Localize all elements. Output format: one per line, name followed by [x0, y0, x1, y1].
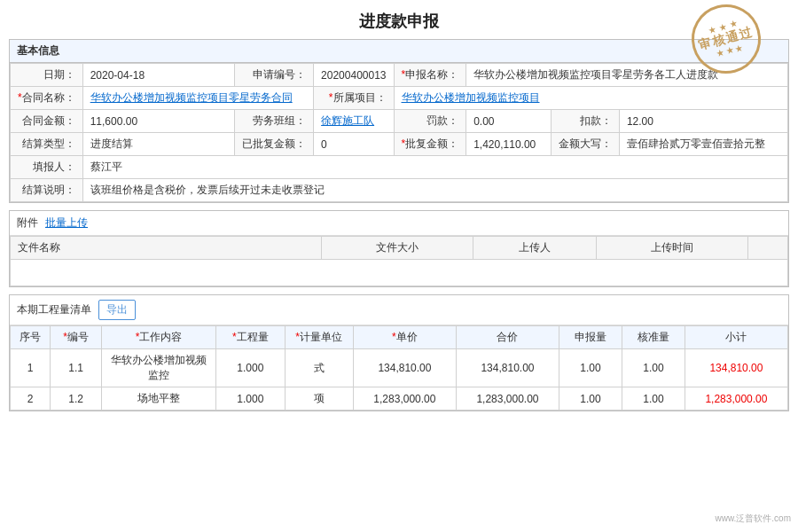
workload-cell-8: 1.00	[622, 387, 685, 411]
workload-cell-0: 2	[11, 387, 51, 411]
attachment-label: 附件	[17, 215, 38, 231]
attach-col-time: 上传时间	[597, 237, 748, 260]
workload-cell-3: 1.000	[216, 387, 285, 411]
basic-info-table: 日期： 2020-04-18 申请编号： 20200400013 *申报名称： …	[10, 63, 788, 202]
penalty-label: 罚款：	[394, 110, 466, 133]
info-row-6: 结算说明： 该班组价格是含税价，发票后续开过未走收票登记	[11, 179, 788, 202]
attachment-empty-row	[11, 260, 788, 286]
workload-row: 11.1华软办公楼增加视频监控1.000式134,810.00134,810.0…	[11, 349, 788, 387]
attach-col-uploader: 上传人	[473, 237, 596, 260]
deduction-label: 扣款：	[551, 110, 619, 133]
batch-amount-label: *批复金额：	[394, 133, 466, 156]
penalty-value: 0.00	[466, 110, 552, 133]
col-apply-qty: 申报量	[559, 326, 622, 349]
remark-value: 该班组价格是含税价，发票后续开过未走收票登记	[82, 179, 787, 202]
workload-header: 本期工程量清单 导出	[10, 295, 788, 325]
attachment-header-row: 文件名称 文件大小 上传人 上传时间	[11, 237, 788, 260]
info-row-4: 结算类型： 进度结算 已批复金额： 0 *批复金额： 1,420,110.00 …	[11, 133, 788, 156]
workload-cell-9: 1,283,000.00	[685, 387, 787, 411]
attachment-header: 附件 批量上传	[10, 211, 788, 236]
labor-group-value[interactable]: 徐辉施工队	[314, 110, 394, 133]
workload-cell-3: 1.000	[216, 349, 285, 387]
workload-cell-2: 场地平整	[102, 387, 216, 411]
workload-table: 序号 *编号 *工作内容 *工程量 *计量单位 *单价 合价 申报量 核准量 小…	[10, 325, 788, 411]
col-subtotal: 小计	[685, 326, 787, 349]
workload-cell-4: 项	[285, 387, 353, 411]
col-code: *编号	[51, 326, 102, 349]
attach-col-action	[748, 237, 788, 260]
attachment-section: 附件 批量上传 文件名称 文件大小 上传人 上传时间	[9, 210, 789, 287]
approval-stamp: ★ ★ ★ 审核通过 ★ ★ ★	[692, 4, 763, 75]
labor-group-label: 劳务班组：	[235, 110, 314, 133]
watermark: www.泛普软件.com	[715, 512, 791, 525]
info-row-3: 合同金额： 11,600.00 劳务班组： 徐辉施工队 罚款： 0.00 扣款：…	[11, 110, 788, 133]
col-unit: *计量单位	[285, 326, 353, 349]
workload-cell-2: 华软办公楼增加视频监控	[102, 349, 216, 387]
contract-name-value[interactable]: 华软办公楼增加视频监控项目零星劳务合同	[82, 87, 313, 110]
apply-name-label: *申报名称：	[394, 64, 466, 87]
col-total-price: 合价	[456, 326, 559, 349]
apply-no-label: 申请编号：	[235, 64, 314, 87]
filler-value: 蔡江平	[82, 156, 787, 179]
workload-cell-6: 1,283,000.00	[456, 387, 559, 411]
amount-big-label: 金额大写：	[551, 133, 619, 156]
approved-amount-value: 0	[314, 133, 394, 156]
attachment-table: 文件名称 文件大小 上传人 上传时间	[10, 236, 788, 286]
remark-label: 结算说明：	[11, 179, 83, 202]
date-value: 2020-04-18	[82, 64, 234, 87]
attach-col-name: 文件名称	[11, 237, 322, 260]
workload-cell-5: 134,810.00	[353, 349, 456, 387]
workload-cell-6: 134,810.00	[456, 349, 559, 387]
info-row-1: 日期： 2020-04-18 申请编号： 20200400013 *申报名称： …	[11, 64, 788, 87]
basic-info-header: 基本信息	[10, 40, 788, 63]
col-unit-price: *单价	[353, 326, 456, 349]
project-label: *所属项目：	[314, 87, 394, 110]
workload-cell-9: 134,810.00	[685, 349, 787, 387]
attach-col-size: 文件大小	[321, 237, 473, 260]
col-seq: 序号	[11, 326, 51, 349]
basic-info-section: 基本信息 日期： 2020-04-18 申请编号： 20200400013 *申…	[9, 39, 789, 203]
filler-label: 填报人：	[11, 156, 83, 179]
workload-cell-1: 1.1	[51, 349, 102, 387]
col-content: *工作内容	[102, 326, 216, 349]
page-title: 进度款申报 ★ ★ ★ 审核通过 ★ ★ ★	[0, 0, 798, 39]
project-value[interactable]: 华软办公楼增加视频监控项目	[394, 87, 787, 110]
workload-header-row: 序号 *编号 *工作内容 *工程量 *计量单位 *单价 合价 申报量 核准量 小…	[11, 326, 788, 349]
approved-amount-label: 已批复金额：	[235, 133, 314, 156]
workload-section: 本期工程量清单 导出 序号 *编号 *工作内容 *工程量 *计量单位 *单价 合…	[9, 294, 789, 411]
col-quantity: *工程量	[216, 326, 285, 349]
contract-amount-value: 11,600.00	[82, 110, 234, 133]
workload-cell-4: 式	[285, 349, 353, 387]
workload-row: 21.2场地平整1.000项1,283,000.001,283,000.001.…	[11, 387, 788, 411]
workload-cell-0: 1	[11, 349, 51, 387]
workload-cell-8: 1.00	[622, 349, 685, 387]
workload-cell-7: 1.00	[559, 387, 622, 411]
export-button[interactable]: 导出	[98, 300, 136, 320]
workload-cell-7: 1.00	[559, 349, 622, 387]
batch-amount-value: 1,420,110.00	[466, 133, 552, 156]
date-label: 日期：	[11, 64, 83, 87]
col-approved-qty: 核准量	[622, 326, 685, 349]
settlement-type-value: 进度结算	[82, 133, 234, 156]
apply-no-value: 20200400013	[314, 64, 394, 87]
info-row-5: 填报人： 蔡江平	[11, 156, 788, 179]
workload-cell-1: 1.2	[51, 387, 102, 411]
info-row-2: *合同名称： 华软办公楼增加视频监控项目零星劳务合同 *所属项目： 华软办公楼增…	[11, 87, 788, 110]
workload-cell-5: 1,283,000.00	[353, 387, 456, 411]
contract-name-label: *合同名称：	[11, 87, 83, 110]
deduction-value: 12.00	[619, 110, 787, 133]
batch-upload-button[interactable]: 批量上传	[45, 215, 88, 231]
amount-big-value: 壹佰肆拾贰万零壹佰壹拾元整	[619, 133, 787, 156]
contract-amount-label: 合同金额：	[11, 110, 83, 133]
settlement-type-label: 结算类型：	[11, 133, 83, 156]
workload-label: 本期工程量清单	[17, 302, 91, 317]
